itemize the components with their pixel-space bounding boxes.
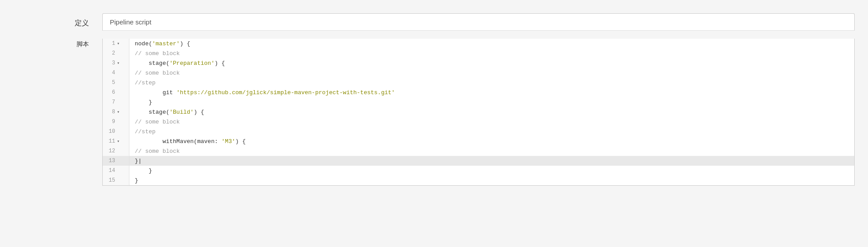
code-line-13: }| — [129, 156, 854, 166]
code-line-2: // some block — [129, 48, 854, 58]
line-num-row-8: 8 ▾ — [103, 107, 129, 117]
line-num-row-7: 7 — [103, 97, 129, 107]
code-line-1: node('master') { — [129, 39, 854, 48]
code-line-14: } — [129, 166, 854, 175]
line-num-row-3: 3 ▾ — [103, 58, 129, 68]
code-line-12: // some block — [129, 146, 854, 156]
line-num-row-15: 15 — [103, 175, 129, 185]
code-line-3: stage('Preparation') { — [129, 58, 854, 68]
fold-arrow-11[interactable]: ▾ — [117, 139, 122, 144]
code-line-5: //step — [129, 78, 854, 88]
line-num-row-12: 12 — [103, 146, 129, 156]
line-num-row-10: 10 — [103, 127, 129, 136]
line-num-row-4: 4 — [103, 68, 129, 78]
fold-arrow-3[interactable]: ▾ — [117, 60, 122, 66]
definition-section: 定义 Pipeline script — [0, 9, 868, 35]
code-line-9: // some block — [129, 117, 854, 127]
line-num-row-14: 14 — [103, 166, 129, 175]
code-line-4: // some block — [129, 68, 854, 78]
line-num-row-13: 13 — [103, 156, 129, 166]
code-line-6: git 'https://github.com/jglick/simple-ma… — [129, 88, 854, 97]
line-num-row-9: 9 — [103, 117, 129, 127]
code-editor: 1 ▾ 2 3 ▾ 4 — [102, 39, 855, 186]
code-line-15: } — [129, 175, 854, 185]
fold-arrow-1[interactable]: ▾ — [117, 41, 122, 46]
code-line-8: stage('Build') { — [129, 107, 854, 117]
pipeline-script-header: Pipeline script — [102, 13, 855, 31]
code-wrapper: 1 ▾ 2 3 ▾ 4 — [102, 39, 855, 186]
definition-label: 定义 — [13, 13, 102, 28]
code-line-11: withMaven(maven: 'M3') { — [129, 136, 854, 146]
fold-arrow-8[interactable]: ▾ — [117, 109, 122, 115]
script-section: 脚本 1 ▾ 2 3 ▾ — [0, 35, 868, 189]
code-line-7: } — [129, 97, 854, 107]
line-num-row-5: 5 — [103, 78, 129, 88]
code-lines[interactable]: node('master') { // some block stage('Pr… — [129, 39, 854, 185]
page-container: 定义 Pipeline script 脚本 1 ▾ 2 — [0, 0, 868, 247]
code-line-10: //step — [129, 127, 854, 136]
script-label: 脚本 — [13, 39, 102, 48]
line-num-row-11: 11 ▾ — [103, 136, 129, 146]
line-num-row-6: 6 — [103, 88, 129, 97]
definition-content: Pipeline script — [102, 13, 855, 31]
line-num-row-1: 1 ▾ — [103, 39, 129, 48]
line-numbers: 1 ▾ 2 3 ▾ 4 — [103, 39, 129, 185]
line-num-row-2: 2 — [103, 48, 129, 58]
